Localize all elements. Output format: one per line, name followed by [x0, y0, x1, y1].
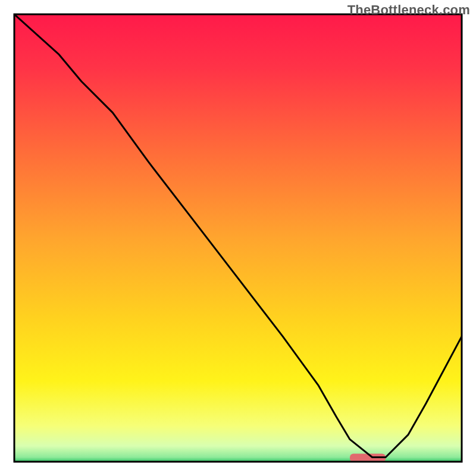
watermark-text: TheBottleneck.com: [347, 2, 470, 18]
bottleneck-chart: TheBottleneck.com: [0, 0, 476, 476]
plot-svg: [0, 0, 476, 476]
